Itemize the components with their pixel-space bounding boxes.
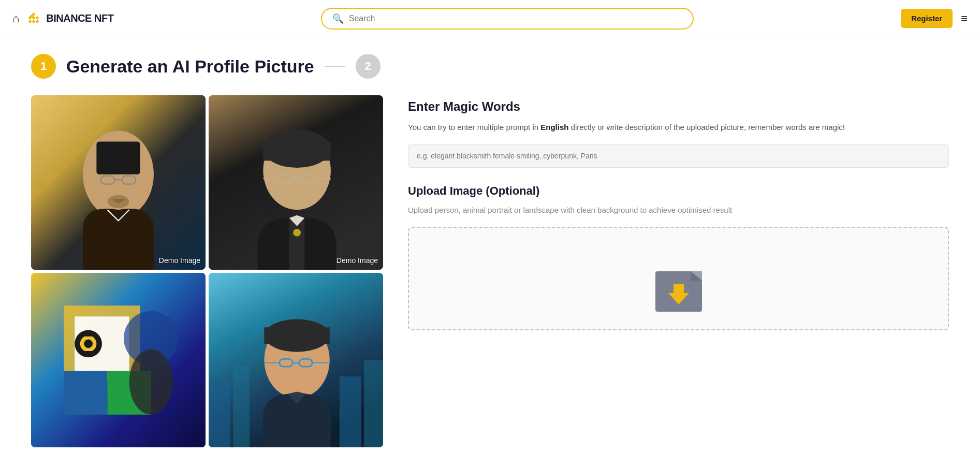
magic-words-title: Enter Magic Words [408,99,949,114]
portrait-art-4 [209,273,383,447]
upload-desc: Upload person, animal portrait or landsc… [408,204,949,216]
svg-rect-34 [364,360,383,448]
binance-logo-icon [25,10,42,27]
svg-rect-3 [96,142,140,174]
demo-image-2[interactable]: Demo Image [209,95,383,270]
desc-prefix: You can try to enter multiple prompt in [408,123,540,132]
step-header: 1 Generate an AI Profile Picture 2 [31,54,949,79]
svg-rect-37 [264,327,329,344]
svg-rect-33 [340,376,361,447]
search-input[interactable] [349,14,682,23]
step1-title: Generate an AI Profile Picture [66,56,314,77]
desc-suffix: directly or write description of the upl… [568,123,845,132]
search-bar: 🔍 [321,8,694,30]
search-icon: 🔍 [332,13,344,24]
demo-image-1[interactable]: Demo Image [31,95,206,270]
brand-nft: NFT [92,12,113,24]
search-input-wrapper: 🔍 [321,8,694,30]
register-button[interactable]: Register [901,9,953,28]
svg-point-18 [293,229,301,237]
svg-rect-31 [209,382,230,447]
brand-text: BINANCE [46,12,92,24]
brand-name: BINANCE NFT [46,12,113,24]
right-panel: Enter Magic Words You can try to enter m… [408,95,949,447]
svg-point-29 [129,349,173,414]
header: ⌂ BINANCE NFT 🔍 Register ≡ [0,0,980,37]
svg-point-26 [84,339,93,348]
logo[interactable]: BINANCE NFT [25,10,113,27]
image-gallery: Demo Image [31,95,383,447]
main-content: 1 Generate an AI Profile Picture 2 [0,37,980,464]
upload-zone[interactable] [408,227,949,330]
hamburger-menu-icon[interactable]: ≡ [961,12,968,25]
demo-image-2-label: Demo Image [337,256,378,265]
upload-file-icon [645,262,712,319]
content-grid: Demo Image [31,95,949,447]
svg-rect-22 [64,371,107,415]
step-divider [325,66,345,67]
upload-title: Upload Image (Optional) [408,184,949,198]
demo-image-1-label: Demo Image [159,256,200,265]
desc-bold: English [540,123,568,132]
header-right: Register ≡ [901,9,968,28]
portrait-art-2 [209,95,383,270]
step2-badge: 2 [356,54,381,79]
upload-icon [645,262,712,319]
svg-rect-11 [263,142,331,161]
svg-rect-32 [233,366,250,447]
magic-words-input[interactable] [408,144,949,168]
demo-image-3[interactable] [31,273,206,447]
magic-words-desc: You can try to enter multiple prompt in … [408,121,949,134]
portrait-art-1 [31,95,206,270]
step1-badge: 1 [31,54,56,79]
home-icon[interactable]: ⌂ [12,12,19,25]
portrait-art-3 [31,273,206,447]
demo-image-4[interactable] [209,273,383,447]
